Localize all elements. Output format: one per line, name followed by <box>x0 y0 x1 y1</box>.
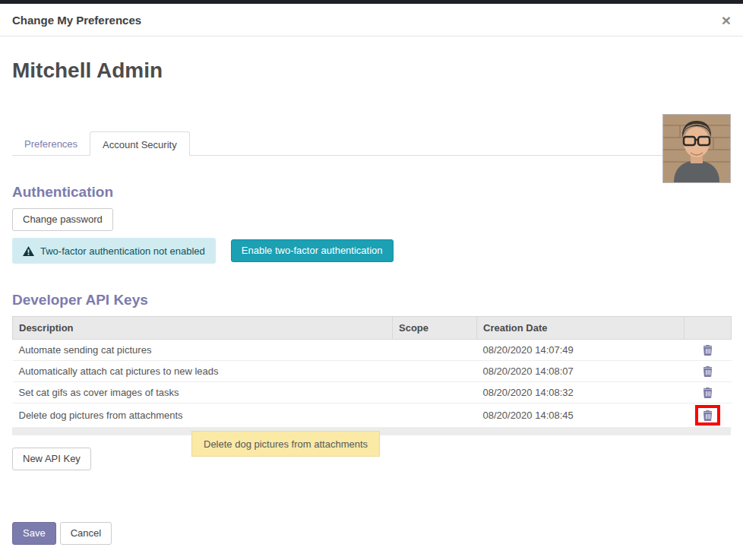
two-factor-alert: Two-factor authentication not enabled <box>12 238 216 264</box>
two-factor-row: Two-factor authentication not enabled En… <box>12 238 731 264</box>
modal-footer: Save Cancel <box>12 522 731 545</box>
cell-creation-date: 08/20/2020 14:07:49 <box>477 340 685 361</box>
column-header-description[interactable]: Description <box>13 317 393 340</box>
authentication-heading: Authentication <box>12 184 731 201</box>
user-name-heading: Mitchell Admin <box>12 59 731 84</box>
new-api-key-button[interactable]: New API Key <box>12 448 91 470</box>
cell-creation-date: 08/20/2020 14:08:45 <box>477 403 685 428</box>
column-header-scope[interactable]: Scope <box>393 317 477 340</box>
close-icon[interactable]: × <box>722 12 731 28</box>
change-password-button[interactable]: Change password <box>12 208 113 231</box>
table-row[interactable]: Set cat gifs as cover images of tasks 08… <box>13 382 732 403</box>
column-header-creation-date[interactable]: Creation Date <box>477 317 685 340</box>
modal-title: Change My Preferences <box>12 14 141 27</box>
api-keys-table: Description Scope Creation Date Automate… <box>12 316 732 428</box>
table-header-row: Description Scope Creation Date <box>13 317 732 340</box>
warning-icon <box>23 246 34 256</box>
cell-description: Set cat gifs as cover images of tasks <box>13 382 393 403</box>
cancel-button[interactable]: Cancel <box>60 522 112 545</box>
cell-creation-date: 08/20/2020 14:08:07 <box>477 361 685 382</box>
table-row[interactable]: Automate sending cat pictures 08/20/2020… <box>13 340 732 361</box>
tooltip: Delete dog pictures from attachments <box>191 431 380 457</box>
tab-account-security[interactable]: Account Security <box>90 131 190 156</box>
delete-key-icon-highlighted[interactable] <box>695 405 720 426</box>
tab-bar: Preferences Account Security <box>12 131 731 156</box>
api-keys-heading: Developer API Keys <box>12 292 731 309</box>
delete-key-icon[interactable] <box>697 341 719 359</box>
table-row[interactable]: Automatically attach cat pictures to new… <box>13 361 732 382</box>
cell-creation-date: 08/20/2020 14:08:32 <box>477 382 685 403</box>
table-row[interactable]: Delete dog pictures from attachments 08/… <box>13 403 732 428</box>
two-factor-alert-text: Two-factor authentication not enabled <box>40 245 205 257</box>
cell-scope <box>393 382 477 403</box>
modal-body: Mitchell Admin Preferences Account Secur <box>0 59 743 545</box>
enable-two-factor-button[interactable]: Enable two-factor authentication <box>231 239 394 262</box>
cell-description: Automatically attach cat pictures to new… <box>13 361 393 382</box>
avatar <box>662 114 731 183</box>
tab-preferences[interactable]: Preferences <box>12 131 90 156</box>
cell-description: Automate sending cat pictures <box>13 340 393 361</box>
cell-scope <box>393 361 477 382</box>
save-button[interactable]: Save <box>12 522 56 545</box>
column-header-actions <box>685 317 732 340</box>
delete-key-icon[interactable] <box>697 384 719 401</box>
cell-description: Delete dog pictures from attachments <box>13 403 393 428</box>
delete-key-icon[interactable] <box>697 362 719 380</box>
modal-header: Change My Preferences × <box>0 4 743 36</box>
cell-scope <box>393 403 477 428</box>
cell-scope <box>393 340 477 361</box>
